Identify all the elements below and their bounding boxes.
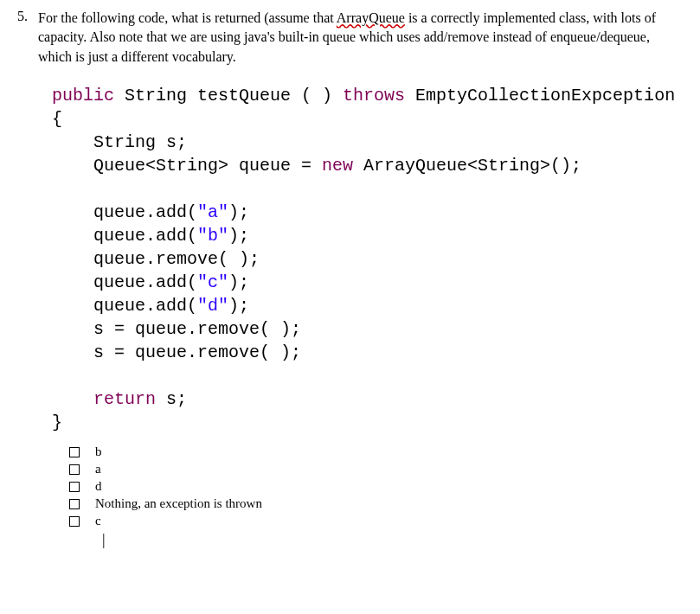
option-label: b — [95, 445, 102, 459]
checkbox-icon[interactable] — [69, 516, 80, 527]
code-text: { — [52, 109, 62, 129]
code-keyword-public: public — [52, 86, 114, 106]
code-text: s = queue.remove( ); — [52, 342, 301, 362]
code-text: Queue<String> queue = — [52, 156, 322, 176]
code-text: s = queue.remove( ); — [52, 319, 301, 339]
code-text: queue.add( — [52, 202, 197, 222]
code-text: queue.remove( ); — [52, 249, 260, 269]
checkbox-icon[interactable] — [69, 464, 80, 475]
option-row[interactable]: a — [69, 462, 683, 476]
code-text: EmptyCollectionExpception — [405, 86, 675, 106]
option-row[interactable]: c — [69, 514, 683, 528]
text-cursor: | — [102, 531, 683, 549]
question-number: 5. — [17, 9, 28, 67]
code-string: "c" — [197, 272, 228, 292]
answer-options: b a d Nothing, an exception is thrown c — [69, 445, 683, 528]
checkbox-icon[interactable] — [69, 499, 80, 509]
code-block: public String testQueue ( ) throws Empty… — [52, 84, 683, 434]
code-keyword-new: new — [322, 156, 353, 176]
code-text: String s; — [52, 132, 187, 152]
code-text: ); — [228, 202, 249, 222]
option-label: d — [95, 479, 102, 494]
code-string: "b" — [197, 226, 228, 246]
code-text: ArrayQueue<String>(); — [353, 156, 581, 176]
code-text — [52, 389, 93, 409]
question-text-before: For the following code, what is returned… — [38, 10, 337, 25]
code-text: queue.add( — [52, 296, 197, 316]
checkbox-icon[interactable] — [69, 482, 80, 492]
code-text: } — [52, 413, 62, 432]
code-text: ); — [228, 226, 249, 246]
checkbox-icon[interactable] — [69, 447, 80, 457]
option-label: c — [95, 514, 101, 528]
question-text-underlined: ArrayQueue — [337, 10, 405, 25]
option-label: a — [95, 462, 101, 476]
question-header: 5. For the following code, what is retur… — [17, 9, 683, 67]
code-text: s; — [156, 389, 187, 409]
option-row[interactable]: Nothing, an exception is thrown — [69, 496, 683, 511]
code-string: "a" — [197, 202, 228, 222]
code-text: queue.add( — [52, 226, 197, 246]
option-label: Nothing, an exception is thrown — [95, 496, 262, 511]
option-row[interactable]: d — [69, 479, 683, 494]
question-text: For the following code, what is returned… — [38, 9, 683, 67]
code-text: String testQueue ( ) — [114, 86, 343, 106]
code-text: ); — [228, 272, 249, 292]
code-text: ); — [228, 296, 249, 316]
code-keyword-return: return — [93, 389, 156, 409]
code-keyword-throws: throws — [343, 86, 405, 106]
code-string: "d" — [197, 296, 228, 316]
option-row[interactable]: b — [69, 445, 683, 459]
code-text: queue.add( — [52, 272, 197, 292]
